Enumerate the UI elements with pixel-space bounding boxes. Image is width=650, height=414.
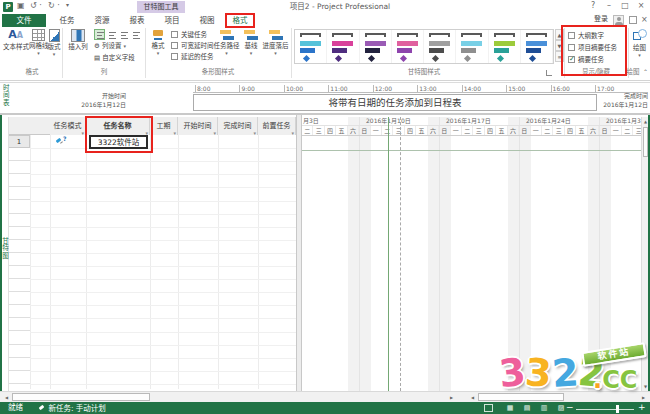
check-show-hide-checkbox-2[interactable]: [568, 44, 575, 51]
align-right-icon[interactable]: [118, 29, 129, 40]
insert-column-icon: [71, 29, 85, 42]
row-gutter-cell[interactable]: [9, 161, 30, 174]
timescale-week-tier[interactable]: 月3日2016年1月10日2016年1月17日2016年1月24日2016年1月…: [302, 117, 641, 126]
row-gutter-cell[interactable]: [9, 214, 30, 227]
save-icon[interactable]: ▣: [17, 2, 25, 10]
table-scroll-thumb[interactable]: [12, 393, 150, 401]
text-styles-button[interactable]: AA文本样式: [3, 29, 28, 51]
pin-icon: [38, 404, 46, 412]
row-gutter-cell[interactable]: [9, 292, 30, 305]
help-icon[interactable]: ?: [586, 2, 600, 10]
column-header-1[interactable]: 任务模式▾: [50, 117, 86, 135]
bar-format-button[interactable]: 格式 ▾: [148, 29, 168, 56]
document-close-icon[interactable]: ×: [641, 16, 648, 24]
task-path-icon: [220, 29, 234, 41]
row-gutter-cell[interactable]: [9, 318, 30, 331]
row-gutter-cell[interactable]: [9, 187, 30, 200]
row-gutter-cell[interactable]: [9, 148, 30, 161]
ribbon-options-icon[interactable]: [629, 16, 637, 24]
task-path-button[interactable]: 任务路径▾: [213, 29, 240, 56]
column-header-2[interactable]: 任务名称▾: [86, 117, 150, 135]
insert-column-button[interactable]: 插入列: [66, 29, 90, 51]
check-bar-style-checkbox-1[interactable]: [171, 31, 178, 38]
gantt-style-item-7[interactable]: [489, 30, 521, 63]
tab-5[interactable]: 视图: [192, 14, 222, 27]
timeline-message-box[interactable]: 将带有日期的任务添加到日程表: [193, 94, 597, 111]
wrap-text-icon[interactable]: [130, 29, 141, 40]
row-gutter-cell[interactable]: [9, 371, 30, 384]
slippage-button[interactable]: 进度落后▾: [262, 29, 289, 56]
redo-icon[interactable]: ↻ ·: [48, 2, 60, 10]
baseline-button[interactable]: 基线▾: [241, 29, 261, 56]
context-tab-gantt-tools[interactable]: 甘特图工具: [137, 1, 185, 13]
check-show-hide-checkbox-3[interactable]: [568, 56, 575, 63]
timeline-tick: 14:00: [462, 85, 481, 92]
tab-2[interactable]: 资源: [87, 14, 117, 27]
task-mode-icon: ?: [55, 136, 69, 146]
title-bar: P ▣ ↺ · ↻ · ▾ 甘特图工具 项目2 - Project Profes…: [0, 0, 650, 14]
tab-4[interactable]: 项目: [157, 14, 187, 27]
row-gutter-cell[interactable]: [9, 279, 30, 292]
maximize-icon[interactable]: □: [618, 2, 632, 10]
collapse-ribbon-icon[interactable]: ⌃: [643, 69, 648, 75]
tab-3[interactable]: 报表: [122, 14, 152, 27]
gantt-style-item-5[interactable]: [424, 30, 456, 63]
row-gutter-cell[interactable]: [9, 345, 30, 358]
column-header-6[interactable]: 前置任务▾: [258, 117, 296, 135]
row-gutter-cell[interactable]: [9, 174, 30, 187]
minimize-icon[interactable]: –: [602, 2, 616, 10]
layout-button[interactable]: 版式▾: [47, 29, 61, 57]
gallery-more-icon[interactable]: ≡: [555, 51, 564, 62]
column-header-4[interactable]: 开始时间▾: [178, 117, 218, 135]
tab-file[interactable]: 文件: [2, 14, 46, 27]
timeline-tick: 12:00: [373, 85, 392, 92]
row-gutter-cell[interactable]: [9, 240, 30, 253]
row-gutter-cell[interactable]: [9, 201, 30, 214]
column-settings-button[interactable]: ⚙ 列设置 ▾: [94, 43, 126, 54]
timescale-week-label: 2016年1月31: [606, 118, 641, 124]
selection-mode-icon[interactable]: [484, 404, 493, 412]
tab-1[interactable]: 任务: [52, 14, 82, 27]
watermark-banner: 软件站: [581, 342, 647, 367]
tab-format[interactable]: 格式: [226, 14, 254, 27]
gantt-style-item-4[interactable]: [392, 30, 424, 63]
check-bar-style-checkbox-3[interactable]: [171, 53, 178, 60]
gantt-style-item-8[interactable]: [521, 30, 553, 63]
column-header-3[interactable]: 工期▾: [150, 117, 178, 135]
row-gutter-cell[interactable]: [9, 332, 30, 345]
row-gutter-cell[interactable]: [9, 305, 30, 318]
row-gutter-cell[interactable]: [9, 253, 30, 266]
new-tasks-mode[interactable]: 新任务: 手动计划: [38, 404, 106, 413]
row-number-1[interactable]: 1: [9, 135, 30, 148]
table-horizontal-scrollbar[interactable]: ◀ ▶: [2, 393, 456, 402]
zoom-slider-thumb[interactable]: [616, 405, 619, 413]
gridlines-button[interactable]: 网格线▾: [29, 29, 48, 56]
gantt-style-item-1[interactable]: [295, 30, 327, 63]
timescale-day-cell: 二: [462, 126, 473, 135]
avatar[interactable]: [613, 15, 624, 26]
check-show-hide-checkbox-1[interactable]: [568, 32, 575, 39]
task-name-edit-cell[interactable]: 3322软件站: [89, 135, 148, 149]
gantt-style-gallery[interactable]: [294, 29, 554, 64]
check-bar-style-checkbox-2[interactable]: [171, 42, 178, 49]
drawing-button[interactable]: 绘图 ▾: [631, 29, 648, 58]
row-gutter-cell[interactable]: [9, 266, 30, 279]
gantt-style-item-6[interactable]: [456, 30, 488, 63]
qat-more-icon[interactable]: ▾: [66, 2, 69, 8]
row-gutter-cell[interactable]: [9, 227, 30, 240]
sign-in-link[interactable]: 登录: [594, 16, 608, 23]
gallery-scroll-up-icon[interactable]: ▲: [555, 29, 564, 40]
dialog-launcher-icon[interactable]: [546, 70, 552, 76]
zoom-slider-track[interactable]: [576, 409, 634, 410]
gallery-scroll-down-icon[interactable]: ▼: [555, 40, 564, 51]
column-header-5[interactable]: 完成时间▾: [218, 117, 258, 135]
gantt-style-item-3[interactable]: [360, 30, 392, 63]
gantt-style-item-2[interactable]: [327, 30, 359, 63]
custom-fields-button[interactable]: ▤ 自定义字段: [94, 55, 135, 66]
undo-icon[interactable]: ↺ ·: [30, 2, 42, 10]
row-gutter-cell[interactable]: [9, 358, 30, 371]
align-left-icon[interactable]: [94, 29, 105, 40]
align-center-icon[interactable]: [106, 29, 117, 40]
close-icon[interactable]: ×: [634, 2, 648, 10]
timeline-pane[interactable]: 时间表 开始时间 2016年1月12日 8:009:0010:0011:0012…: [0, 82, 650, 115]
